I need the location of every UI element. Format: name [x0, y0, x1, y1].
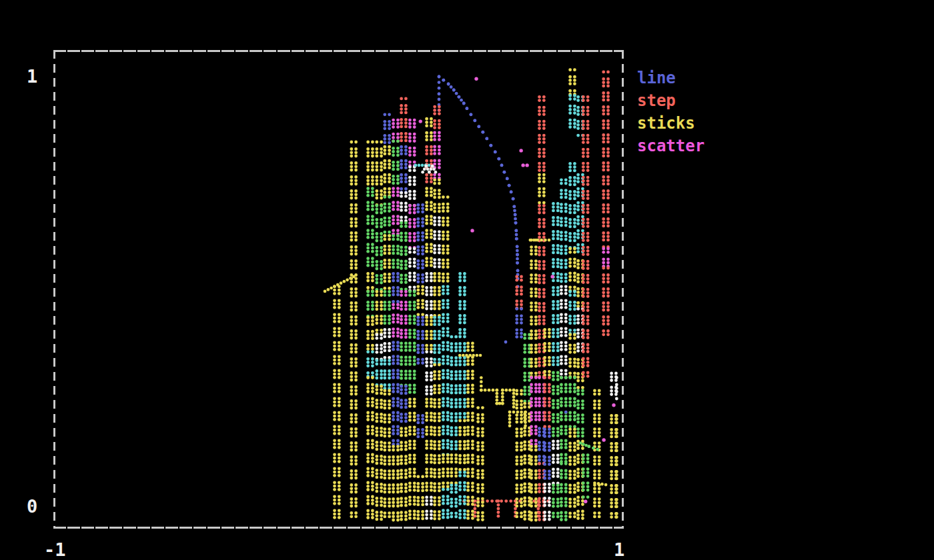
- legend-item-scatter: scatter: [637, 135, 705, 157]
- legend-item-line: line: [637, 67, 705, 89]
- x-axis-tick-left: -1: [44, 540, 66, 560]
- y-axis-tick-top: 1: [27, 67, 37, 87]
- legend-item-sticks: sticks: [637, 112, 705, 135]
- chart-dots-canvas: [0, 0, 934, 560]
- terminal-window: 1 0 -1 1 line step sticks scatter: [0, 0, 934, 560]
- legend: line step sticks scatter: [637, 67, 705, 157]
- y-axis-tick-bottom: 0: [27, 497, 37, 517]
- x-axis-tick-right: 1: [614, 540, 624, 560]
- legend-item-step: step: [637, 89, 705, 112]
